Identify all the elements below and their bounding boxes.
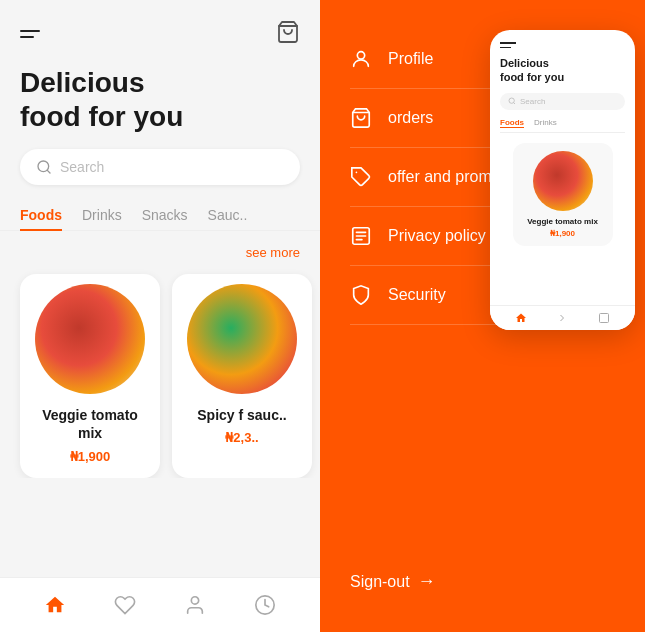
hamburger-menu-button[interactable]: [20, 30, 40, 38]
svg-point-11: [509, 98, 514, 103]
food-name-2: Spicy f sauc..: [197, 406, 286, 424]
user-icon: [184, 594, 206, 616]
mini-tab-foods: Foods: [500, 118, 524, 128]
nav-home[interactable]: [40, 590, 70, 620]
shield-icon: [350, 284, 372, 306]
mini-nav-icon-2: [556, 312, 568, 324]
tab-drinks[interactable]: Drinks: [82, 201, 122, 231]
mini-title: Delicious food for you: [500, 56, 625, 85]
right-panel: Profile orders offer and promo: [320, 0, 645, 632]
sign-out-arrow-icon: →: [418, 571, 436, 592]
search-icon: [36, 159, 52, 175]
search-placeholder-text: Search: [60, 159, 104, 175]
mini-nav-icon-3: [598, 312, 610, 324]
food-price-1: ₦1,900: [70, 449, 111, 464]
food-card-1[interactable]: Veggie tomato mix ₦1,900: [20, 274, 160, 477]
profile-icon: [350, 48, 372, 70]
title-line1: Delicious: [20, 67, 144, 98]
title-line2: food for you: [20, 101, 183, 132]
left-header: [0, 0, 320, 58]
orders-label: orders: [388, 109, 433, 127]
see-more-link[interactable]: see more: [0, 239, 320, 266]
svg-point-2: [191, 597, 198, 604]
mini-search-text: Search: [520, 97, 545, 106]
category-tabs: Foods Drinks Snacks Sauc..: [0, 201, 320, 231]
food-image-1: [35, 284, 145, 394]
cart-button[interactable]: [276, 20, 300, 48]
food-name-1: Veggie tomato mix: [30, 406, 150, 442]
tag-icon: [350, 166, 372, 188]
offer-promo-label: offer and promo: [388, 168, 501, 186]
mini-search-icon: [508, 97, 516, 105]
tab-snacks[interactable]: Snacks: [142, 201, 188, 231]
mini-search-bar: Search: [500, 93, 625, 110]
mini-bottom-nav: [490, 305, 635, 330]
bottom-navigation: [0, 577, 320, 632]
cart-icon: [276, 20, 300, 44]
mini-home-icon: [515, 312, 527, 324]
search-bar[interactable]: Search: [20, 149, 300, 185]
tab-sauces[interactable]: Sauc..: [208, 201, 248, 231]
heart-icon: [114, 594, 136, 616]
privacy-policy-label: Privacy policy: [388, 227, 486, 245]
mini-tab-drinks: Drinks: [534, 118, 557, 128]
food-card-2[interactable]: Spicy f sauc.. ₦2,3..: [172, 274, 312, 477]
mini-food-image: [533, 151, 593, 211]
food-cards-container: Veggie tomato mix ₦1,900 Spicy f sauc.. …: [0, 266, 320, 477]
svg-rect-12: [600, 314, 609, 323]
security-label: Security: [388, 286, 446, 304]
sign-out-label: Sign-out: [350, 573, 410, 591]
profile-label: Profile: [388, 50, 433, 68]
sign-out-button[interactable]: Sign-out →: [320, 551, 645, 612]
nav-favorites[interactable]: [110, 590, 140, 620]
hero-title: Delicious food for you: [0, 58, 320, 149]
svg-point-4: [357, 52, 364, 59]
food-price-2: ₦2,3..: [225, 430, 258, 445]
mini-food-card: Veggie tomato mix ₦1,900: [513, 143, 613, 246]
left-panel: Delicious food for you Search Foods Drin…: [0, 0, 320, 632]
mini-food-name: Veggie tomato mix: [527, 217, 598, 226]
home-icon: [44, 594, 66, 616]
nav-history[interactable]: [250, 590, 280, 620]
mini-food-price: ₦1,900: [550, 229, 575, 238]
orders-icon: [350, 107, 372, 129]
mini-phone-preview: Delicious food for you Search Foods Drin…: [490, 30, 635, 330]
tab-foods[interactable]: Foods: [20, 201, 62, 231]
mini-category-tabs: Foods Drinks: [500, 118, 625, 133]
food-image-2: [187, 284, 297, 394]
document-icon: [350, 225, 372, 247]
mini-hamburger-icon: [500, 42, 625, 48]
history-icon: [254, 594, 276, 616]
nav-profile[interactable]: [180, 590, 210, 620]
